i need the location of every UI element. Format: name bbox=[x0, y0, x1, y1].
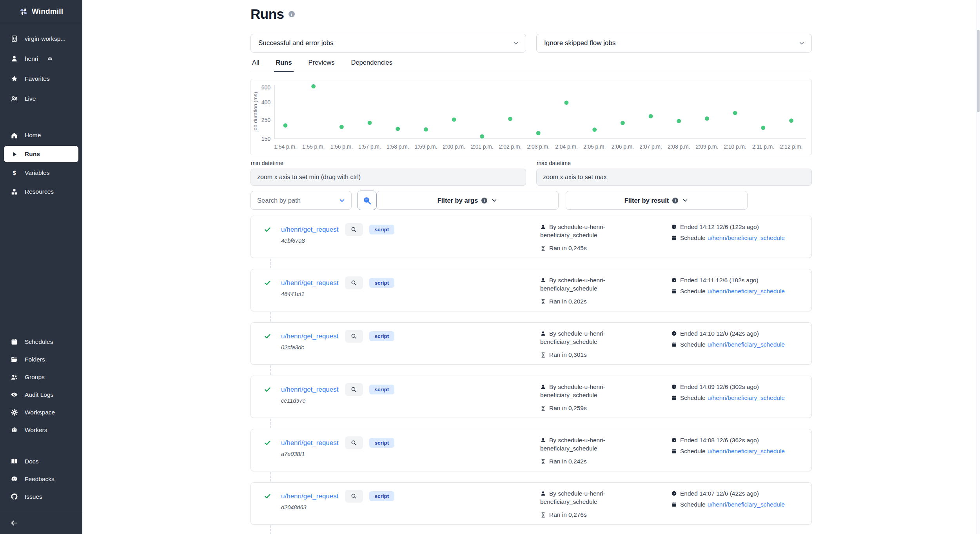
run-duration: Ran in 0,202s bbox=[540, 298, 587, 305]
run-inspect-button[interactable] bbox=[345, 330, 363, 343]
sidebar-item-groups[interactable]: Groups bbox=[0, 368, 82, 386]
chevron-down-icon bbox=[512, 40, 519, 47]
filter-by-args-label: Filter by args bbox=[437, 197, 478, 204]
filter-by-result-button[interactable]: Filter by result i bbox=[566, 191, 748, 210]
top-filter-selects: Successful and error jobs Ignore skipped… bbox=[250, 34, 812, 53]
run-schedule-link[interactable]: u/henri/beneficiary_schedule bbox=[708, 501, 785, 508]
run-inspect-button[interactable] bbox=[345, 490, 363, 503]
sidebar-tools-section: SchedulesFoldersGroupsAudit LogsWorkspac… bbox=[0, 333, 82, 439]
job-status-select[interactable]: Successful and error jobs bbox=[250, 34, 526, 53]
filter-by-args-button[interactable]: Filter by args i bbox=[377, 191, 559, 210]
clock-icon bbox=[671, 384, 677, 390]
run-main-row: u/henri/get_requestscript bbox=[264, 436, 394, 449]
tab-runs[interactable]: Runs bbox=[274, 59, 293, 72]
run-schedule-link[interactable]: u/henri/beneficiary_schedule bbox=[708, 448, 785, 455]
run-path-link[interactable]: u/henri/get_request bbox=[281, 332, 339, 340]
run-path-link[interactable]: u/henri/get_request bbox=[281, 439, 339, 447]
sidebar-item-label: Resources bbox=[25, 188, 54, 195]
run-schedule-link[interactable]: u/henri/beneficiary_schedule bbox=[708, 234, 785, 242]
svg-text:2:09 p.m.: 2:09 p.m. bbox=[696, 144, 719, 150]
svg-text:250: 250 bbox=[261, 117, 271, 123]
run-card[interactable]: u/henri/get_requestscriptd2048d63By sche… bbox=[250, 482, 812, 525]
sidebar-item-workspace-settings[interactable]: Workspace bbox=[0, 403, 82, 421]
scrollbar-track[interactable] bbox=[976, 0, 980, 534]
sidebar-item-runs[interactable]: Runs bbox=[4, 146, 78, 162]
svg-text:150: 150 bbox=[261, 136, 271, 142]
title-info-icon[interactable]: i bbox=[289, 11, 295, 17]
sidebar-item-workers[interactable]: Workers bbox=[0, 421, 82, 439]
github-icon bbox=[11, 493, 18, 500]
run-card[interactable]: u/henri/get_requestscripta7e038f1By sche… bbox=[250, 429, 812, 471]
info-icon: i bbox=[481, 198, 487, 203]
hourglass-icon bbox=[540, 245, 546, 251]
search-filter-row: Search by path Filter by args i Filter b… bbox=[250, 191, 812, 210]
sidebar-item-schedules[interactable]: Schedules bbox=[0, 333, 82, 351]
scrollbar-thumb[interactable] bbox=[977, 30, 980, 112]
page-title: Runs i bbox=[250, 6, 812, 22]
svg-text:2:00 p.m.: 2:00 p.m. bbox=[443, 144, 465, 150]
run-inspect-button[interactable] bbox=[345, 276, 363, 289]
run-duration: Ran in 0,242s bbox=[540, 458, 587, 465]
run-card[interactable]: u/henri/get_requestscript4ebf67a8By sche… bbox=[250, 216, 812, 258]
run-card[interactable]: u/henri/get_requestscript46441cf1By sche… bbox=[250, 269, 812, 311]
svg-text:600: 600 bbox=[261, 84, 271, 91]
run-inspect-button[interactable] bbox=[345, 223, 363, 236]
tab-all[interactable]: All bbox=[250, 59, 261, 72]
sidebar-item-user[interactable]: henri bbox=[0, 49, 82, 69]
skipped-flow-select[interactable]: Ignore skipped flow jobs bbox=[536, 34, 812, 53]
tab-dependencies[interactable]: Dependencies bbox=[350, 59, 394, 72]
run-by-text: By schedule-u-henri-beneficiary_schedule bbox=[540, 436, 630, 452]
collapse-sidebar-button[interactable] bbox=[0, 512, 82, 534]
sidebar-item-feedbacks[interactable]: Feedbacks bbox=[0, 470, 82, 488]
run-path-link[interactable]: u/henri/get_request bbox=[281, 492, 339, 500]
svg-text:2:07 p.m.: 2:07 p.m. bbox=[639, 144, 662, 150]
run-card[interactable]: u/henri/get_requestscript02cfa3dcBy sche… bbox=[250, 322, 812, 365]
success-check-icon bbox=[264, 386, 271, 393]
run-inspect-button[interactable] bbox=[345, 436, 363, 449]
sidebar-item-live[interactable]: Live bbox=[0, 89, 82, 109]
svg-text:job duration (ms): job duration (ms) bbox=[252, 92, 258, 132]
sidebar-item-issues[interactable]: Issues bbox=[0, 488, 82, 505]
run-schedule-link[interactable]: u/henri/beneficiary_schedule bbox=[708, 341, 785, 348]
run-time-column: Ended 14:09 12/6 (302s ago)Scheduleu/hen… bbox=[671, 383, 785, 402]
sidebar-item-label: Docs bbox=[25, 458, 38, 465]
run-schedule-link[interactable]: u/henri/beneficiary_schedule bbox=[708, 394, 785, 401]
search-path-select-label: Search by path bbox=[257, 197, 301, 204]
run-schedule-row: Scheduleu/henri/beneficiary_schedule bbox=[671, 287, 785, 295]
svg-text:2:04 p.m.: 2:04 p.m. bbox=[555, 144, 578, 150]
run-inspect-button[interactable] bbox=[345, 383, 363, 396]
sidebar-item-resources[interactable]: Resources bbox=[0, 182, 82, 201]
min-datetime-input[interactable] bbox=[250, 169, 526, 186]
run-path-link[interactable]: u/henri/get_request bbox=[281, 386, 339, 394]
run-card[interactable]: u/henri/get_requestscriptce11d97eBy sche… bbox=[250, 376, 812, 418]
sidebar-item-label: Issues bbox=[25, 493, 42, 500]
dollar-icon: $ bbox=[11, 169, 18, 177]
search-icon bbox=[350, 386, 357, 393]
windmill-logo[interactable]: Windmill bbox=[0, 0, 82, 23]
runs-kind-tabs: AllRunsPreviewsDependencies bbox=[250, 59, 812, 72]
sidebar-item-workspace[interactable]: virgin-worksp... bbox=[0, 29, 82, 49]
sidebar-item-home[interactable]: Home bbox=[0, 126, 82, 145]
sidebar-item-audit-logs[interactable]: Audit Logs bbox=[0, 386, 82, 403]
sidebar-item-docs[interactable]: Docs bbox=[0, 452, 82, 470]
run-path-link[interactable]: u/henri/get_request bbox=[281, 279, 339, 287]
svg-text:2:05 p.m.: 2:05 p.m. bbox=[583, 144, 606, 150]
success-check-icon bbox=[264, 439, 271, 447]
run-schedule-link[interactable]: u/henri/beneficiary_schedule bbox=[708, 288, 785, 295]
sidebar-item-variables[interactable]: $Variables bbox=[0, 163, 82, 182]
sidebar-item-folders[interactable]: Folders bbox=[0, 351, 82, 368]
home-icon bbox=[11, 132, 18, 139]
search-button[interactable] bbox=[357, 191, 377, 210]
run-connector bbox=[250, 418, 812, 429]
svg-text:1:56 p.m.: 1:56 p.m. bbox=[330, 144, 353, 150]
run-by-text: By schedule-u-henri-beneficiary_schedule bbox=[540, 329, 630, 346]
sidebar-item-favorites[interactable]: Favorites bbox=[0, 69, 82, 89]
calendar-icon bbox=[671, 288, 677, 294]
search-path-select[interactable]: Search by path bbox=[250, 191, 352, 210]
max-datetime-input[interactable] bbox=[536, 169, 812, 186]
duration-scatter-chart[interactable]: job duration (ms)1502504006001:54 p.m.1:… bbox=[251, 79, 811, 154]
sidebar-item-label: Feedbacks bbox=[25, 476, 54, 483]
hourglass-icon bbox=[540, 405, 546, 411]
run-path-link[interactable]: u/henri/get_request bbox=[281, 226, 339, 234]
tab-previews[interactable]: Previews bbox=[307, 59, 336, 72]
